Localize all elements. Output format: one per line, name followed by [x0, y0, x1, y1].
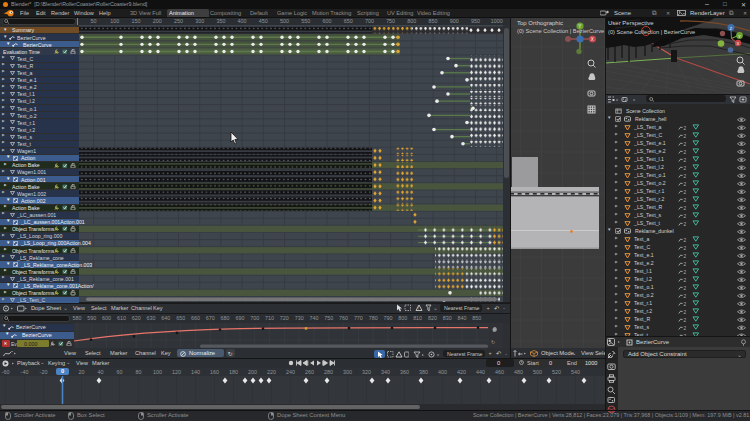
- svg-text:2: 2: [684, 174, 687, 178]
- svg-text:2: 2: [684, 302, 687, 306]
- svg-text:2: 2: [684, 318, 687, 322]
- svg-text:Y: Y: [738, 34, 741, 39]
- svg-text:2: 2: [684, 238, 687, 242]
- svg-text:2: 2: [684, 126, 687, 130]
- svg-text:2: 2: [684, 190, 687, 194]
- svg-text:!: !: [418, 306, 419, 311]
- svg-text:2: 2: [684, 254, 687, 258]
- svg-text:2: 2: [684, 286, 687, 290]
- svg-text:2: 2: [684, 158, 687, 162]
- svg-text:2: 2: [684, 326, 687, 330]
- svg-text:2: 2: [684, 278, 687, 282]
- svg-text:2: 2: [684, 246, 687, 250]
- svg-text:2: 2: [684, 134, 687, 138]
- svg-text:2: 2: [684, 182, 687, 186]
- svg-text:2: 2: [684, 214, 687, 218]
- svg-text:2: 2: [684, 310, 687, 314]
- svg-text:2: 2: [684, 262, 687, 266]
- svg-text:2: 2: [684, 142, 687, 146]
- svg-text:2: 2: [684, 294, 687, 298]
- svg-text:2: 2: [684, 206, 687, 210]
- svg-text:↻: ↻: [491, 339, 495, 345]
- svg-text:2: 2: [684, 222, 687, 226]
- svg-text:2: 2: [684, 150, 687, 154]
- svg-text:2: 2: [684, 270, 687, 274]
- svg-text:Z: Z: [729, 26, 732, 31]
- svg-text:X: X: [736, 41, 739, 46]
- svg-text:2: 2: [684, 166, 687, 170]
- svg-text:2: 2: [684, 198, 687, 202]
- svg-text:X: X: [591, 37, 594, 42]
